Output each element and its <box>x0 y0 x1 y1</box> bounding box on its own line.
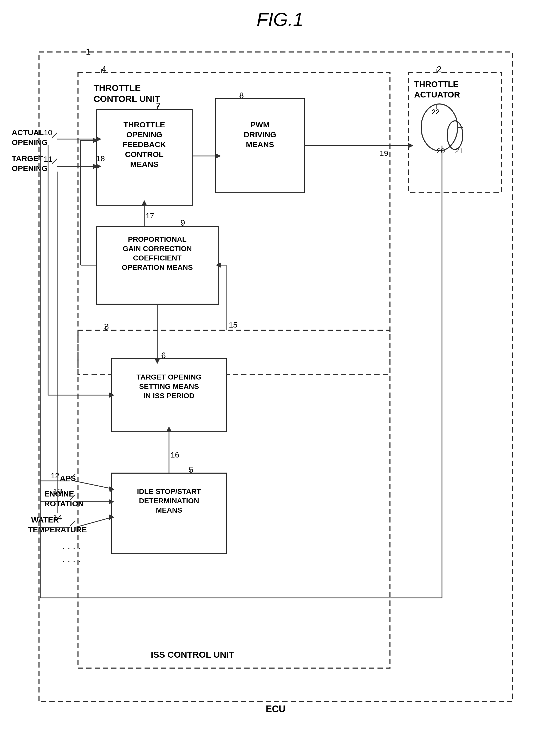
svg-marker-99 <box>109 514 114 520</box>
svg-text:16: 16 <box>170 451 179 459</box>
svg-marker-95 <box>109 486 114 492</box>
svg-marker-72 <box>96 164 101 169</box>
svg-rect-28 <box>216 99 304 192</box>
svg-text:ACTUAL: ACTUAL <box>12 128 44 137</box>
svg-text:18: 18 <box>96 154 105 163</box>
svg-text:4: 4 <box>101 64 106 74</box>
svg-marker-109 <box>93 164 98 169</box>
svg-text:19: 19 <box>380 149 388 158</box>
svg-text:ENGINE: ENGINE <box>44 489 74 498</box>
svg-text:ROTATION: ROTATION <box>44 499 84 508</box>
svg-text:COEFFICIENT: COEFFICIENT <box>133 254 182 262</box>
svg-text:MEANS: MEANS <box>246 140 274 149</box>
svg-rect-1 <box>39 52 512 702</box>
svg-text:21: 21 <box>455 147 463 155</box>
svg-text:PROPORTIONAL: PROPORTIONAL <box>128 235 187 243</box>
svg-line-94 <box>74 481 112 489</box>
svg-text:FEEDBACK: FEEDBACK <box>123 140 166 149</box>
svg-text:ISS CONTROL UNIT: ISS CONTROL UNIT <box>151 650 234 659</box>
svg-text:FIG.1: FIG.1 <box>257 9 303 30</box>
svg-text:9: 9 <box>180 218 185 227</box>
svg-rect-39 <box>78 330 390 668</box>
svg-text:5: 5 <box>189 465 193 475</box>
svg-text:ECU: ECU <box>266 704 285 714</box>
svg-text:· · · ·: · · · · <box>62 543 81 553</box>
svg-marker-76 <box>408 143 413 148</box>
svg-text:MEANS: MEANS <box>130 160 158 168</box>
svg-text:SETTING MEANS: SETTING MEANS <box>139 382 199 390</box>
svg-text:IDLE STOP/START: IDLE STOP/START <box>137 487 201 495</box>
svg-text:7: 7 <box>156 101 161 110</box>
svg-text:OPENING: OPENING <box>126 130 162 139</box>
svg-text:TARGET OPENING: TARGET OPENING <box>136 373 201 381</box>
svg-rect-20 <box>96 109 192 205</box>
svg-marker-70 <box>96 136 101 142</box>
svg-line-98 <box>74 517 112 528</box>
svg-text:20: 20 <box>437 147 445 155</box>
svg-text:13: 13 <box>54 487 62 495</box>
svg-text:CONTROL: CONTROL <box>125 150 163 159</box>
svg-text:IN ISS PERIOD: IN ISS PERIOD <box>144 392 194 400</box>
svg-text:ACTUATOR: ACTUATOR <box>414 90 460 99</box>
svg-text:PWM: PWM <box>250 120 269 129</box>
svg-text:THROTTLE: THROTTLE <box>94 83 141 93</box>
svg-text:OPENING: OPENING <box>12 138 48 147</box>
svg-text:DRIVING: DRIVING <box>244 130 276 139</box>
svg-text:WATER: WATER <box>31 515 59 524</box>
svg-text:14: 14 <box>54 513 62 521</box>
svg-text:TARGET: TARGET <box>12 154 43 163</box>
svg-text:22: 22 <box>432 108 440 116</box>
svg-text:OPENING: OPENING <box>12 164 48 172</box>
svg-text:CONTORL UNIT: CONTORL UNIT <box>94 94 160 104</box>
svg-text:6: 6 <box>161 351 166 360</box>
svg-text:THROTTLE: THROTTLE <box>124 120 165 129</box>
svg-text:3: 3 <box>104 322 109 331</box>
svg-text:GAIN CORRECTION: GAIN CORRECTION <box>123 245 192 253</box>
svg-rect-43 <box>112 359 226 431</box>
svg-text:DETERMINATION: DETERMINATION <box>139 497 199 505</box>
svg-rect-3 <box>78 73 390 374</box>
svg-text:11: 11 <box>44 155 52 163</box>
svg-line-113 <box>52 159 57 164</box>
svg-marker-74 <box>216 153 221 159</box>
svg-rect-48 <box>112 473 226 554</box>
svg-text:15: 15 <box>229 321 237 329</box>
svg-text:OPERATION MEANS: OPERATION MEANS <box>122 263 193 271</box>
svg-marker-82 <box>155 359 160 364</box>
svg-text:TEMPERATURE: TEMPERATURE <box>28 525 87 534</box>
svg-rect-9 <box>408 73 502 192</box>
svg-text:10: 10 <box>44 128 52 137</box>
svg-text:8: 8 <box>239 91 244 100</box>
svg-text:17: 17 <box>146 211 154 220</box>
svg-text:12: 12 <box>51 471 59 480</box>
svg-marker-79 <box>142 200 147 205</box>
svg-text:· · · ·: · · · · <box>62 555 81 566</box>
svg-text:1: 1 <box>86 46 91 56</box>
svg-line-116 <box>70 521 75 526</box>
svg-marker-92 <box>166 426 172 431</box>
svg-line-115 <box>70 495 75 500</box>
svg-marker-97 <box>109 499 114 504</box>
svg-text:THROTTLE: THROTTLE <box>414 79 459 89</box>
svg-rect-33 <box>96 226 218 304</box>
svg-marker-86 <box>216 263 221 268</box>
svg-point-15 <box>447 121 463 150</box>
svg-line-114 <box>70 474 75 479</box>
svg-marker-107 <box>93 138 98 143</box>
svg-line-112 <box>52 133 57 138</box>
svg-text:MEANS: MEANS <box>156 506 182 514</box>
svg-point-14 <box>421 104 458 151</box>
svg-marker-89 <box>109 392 114 398</box>
svg-text:APS: APS <box>60 474 76 482</box>
svg-text:2: 2 <box>437 64 442 74</box>
